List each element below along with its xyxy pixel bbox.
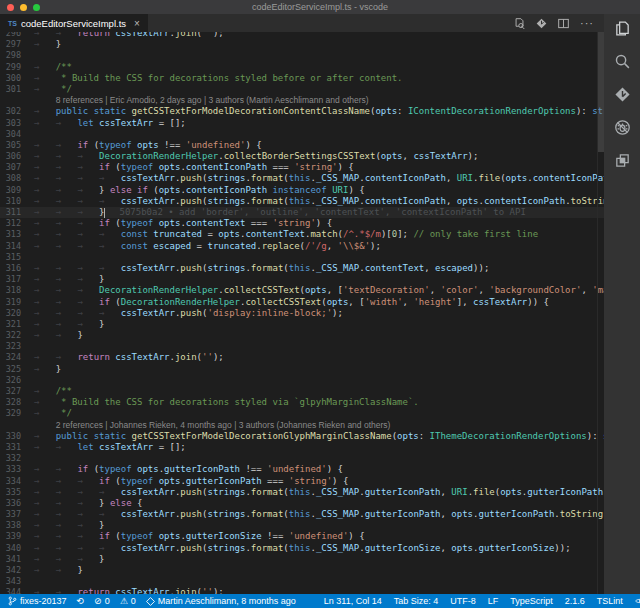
line-number[interactable]: 319 bbox=[0, 297, 30, 308]
line-number[interactable]: 334 bbox=[0, 476, 30, 487]
warning-count[interactable]: ⚠ 0 bbox=[120, 596, 136, 606]
line-number[interactable]: 308 bbox=[0, 173, 30, 184]
split-editor-icon[interactable] bbox=[558, 18, 569, 29]
code-line[interactable]: 333→ → if (typeof opts.gutterIconPath !=… bbox=[0, 464, 604, 475]
code-line[interactable]: 303→ → let cssTextArr = []; bbox=[0, 118, 604, 129]
code-line[interactable]: 296→ → return cssTextArr.join(''); bbox=[0, 32, 604, 39]
line-number[interactable]: 341 bbox=[0, 554, 30, 565]
line-number[interactable]: 333 bbox=[0, 464, 30, 475]
line-number[interactable]: 326 bbox=[0, 375, 30, 386]
code-line[interactable]: 327→ /** bbox=[0, 386, 604, 397]
code-line[interactable]: 311→ → → }5075b0a2 • add 'border', 'outl… bbox=[0, 207, 604, 218]
line-number[interactable]: 329 bbox=[0, 408, 30, 419]
line-number[interactable]: 303 bbox=[0, 118, 30, 129]
explorer-icon[interactable] bbox=[614, 20, 631, 37]
preview-eye-icon[interactable] bbox=[635, 597, 640, 605]
code-line[interactable]: 326 bbox=[0, 375, 604, 386]
code-line[interactable]: 312→ → → if (typeof opts.contentText ===… bbox=[0, 218, 604, 229]
scrollbar-thumb[interactable] bbox=[598, 32, 604, 152]
code-line[interactable]: 299→ /** bbox=[0, 62, 604, 73]
line-number[interactable]: 300 bbox=[0, 73, 30, 84]
encoding-status[interactable]: UTF-8 bbox=[450, 596, 476, 606]
line-number[interactable]: 325 bbox=[0, 364, 30, 375]
code-line[interactable]: 301→ */ bbox=[0, 84, 604, 95]
code-line[interactable]: 316→ → → → cssTextArr.push(strings.forma… bbox=[0, 263, 604, 274]
more-actions-icon[interactable]: ··· bbox=[580, 18, 594, 28]
line-number[interactable]: 311 bbox=[0, 207, 30, 218]
line-number[interactable]: 304 bbox=[0, 129, 30, 140]
line-number[interactable]: 316 bbox=[0, 263, 30, 274]
code-line[interactable]: 320→ → → → cssTextArr.push('display:inli… bbox=[0, 308, 604, 319]
code-line[interactable]: 342→ → } bbox=[0, 565, 604, 576]
code-line[interactable]: 315 bbox=[0, 252, 604, 263]
code-line[interactable]: 328→ * Build the CSS for decorations sty… bbox=[0, 397, 604, 408]
code-line[interactable]: 339→ → → if (typeof opts.gutterIconSize … bbox=[0, 531, 604, 542]
sync-icon[interactable]: ⟲ bbox=[77, 597, 85, 606]
line-number[interactable]: 302 bbox=[0, 106, 30, 117]
extensions-icon[interactable] bbox=[614, 152, 631, 169]
line-number[interactable]: 342 bbox=[0, 565, 30, 576]
code-line[interactable]: 321→ → → } bbox=[0, 319, 604, 330]
code-line[interactable]: 338→ → → } bbox=[0, 520, 604, 531]
debug-disabled-icon[interactable] bbox=[614, 119, 631, 136]
code-line[interactable]: 331→ → let cssTextArr = []; bbox=[0, 442, 604, 453]
search-icon[interactable] bbox=[614, 53, 631, 70]
code-line[interactable]: 324→ → return cssTextArr.join(''); bbox=[0, 352, 604, 363]
line-number[interactable]: 322 bbox=[0, 330, 30, 341]
line-number[interactable]: 310 bbox=[0, 196, 30, 207]
gitlens-blame-status[interactable]: Martin Aeschlimann, 8 months ago bbox=[146, 596, 296, 606]
line-number[interactable]: 324 bbox=[0, 352, 30, 363]
code-line[interactable]: 341→ → → } bbox=[0, 554, 604, 565]
code-line[interactable]: 336→ → → } else { bbox=[0, 498, 604, 509]
code-line[interactable]: 307→ → → if (typeof opts.contentIconPath… bbox=[0, 162, 604, 173]
code-line[interactable]: 334→ → → if (typeof opts.gutterIconPath … bbox=[0, 476, 604, 487]
code-line[interactable]: 319→ → → if (DecorationRenderHelper.coll… bbox=[0, 297, 604, 308]
code-line[interactable]: 332 bbox=[0, 453, 604, 464]
code-line[interactable]: 300→ * Build the CSS for decorations sty… bbox=[0, 73, 604, 84]
source-control-gitlens-icon[interactable] bbox=[614, 86, 631, 103]
line-number[interactable]: 344 bbox=[0, 587, 30, 594]
line-number[interactable]: 312 bbox=[0, 218, 30, 229]
code-line[interactable]: 329→ */ bbox=[0, 408, 604, 419]
line-number[interactable]: 307 bbox=[0, 162, 30, 173]
code-line[interactable]: 313→ → → → const truncated = opts.conten… bbox=[0, 229, 604, 240]
gitlens-icon[interactable] bbox=[536, 18, 547, 29]
tab-codeEditorServiceImpl[interactable]: TS codeEditorServiceImpl.ts × bbox=[0, 14, 148, 32]
line-number[interactable]: 320 bbox=[0, 308, 30, 319]
code-line[interactable]: 297→ } bbox=[0, 39, 604, 50]
code-line[interactable]: 309→ → → } else if (opts.contentIconPath… bbox=[0, 185, 604, 196]
open-preview-icon[interactable] bbox=[514, 18, 525, 29]
error-count[interactable]: ⊘ 0 bbox=[94, 596, 110, 606]
codelens-row[interactable]: 2 references | Johannes Rieken, 4 months… bbox=[0, 420, 604, 431]
line-number[interactable]: 321 bbox=[0, 319, 30, 330]
line-number[interactable]: 315 bbox=[0, 252, 30, 263]
git-branch-indicator[interactable]: fixes-20137 bbox=[8, 596, 67, 606]
line-number[interactable]: 323 bbox=[0, 341, 30, 352]
codelens-text[interactable]: 2 references | Johannes Rieken, 4 months… bbox=[30, 420, 604, 431]
line-number[interactable]: 306 bbox=[0, 151, 30, 162]
line-number[interactable]: 330 bbox=[0, 431, 30, 442]
line-number[interactable]: 305 bbox=[0, 140, 30, 151]
code-line[interactable]: 314→ → → → const escaped = truncated.rep… bbox=[0, 241, 604, 252]
line-number[interactable]: 336 bbox=[0, 498, 30, 509]
code-line[interactable]: 335→ → → → cssTextArr.push(strings.forma… bbox=[0, 487, 604, 498]
line-number[interactable]: 335 bbox=[0, 487, 30, 498]
code-line[interactable]: 330→ public static getCSSTextForModelDec… bbox=[0, 431, 604, 442]
line-number[interactable]: 314 bbox=[0, 241, 30, 252]
tab-size-status[interactable]: Tab Size: 4 bbox=[394, 596, 439, 606]
close-tab-icon[interactable]: × bbox=[134, 18, 140, 29]
code-editor[interactable]: 296→ → return cssTextArr.join('');297→ }… bbox=[0, 32, 604, 594]
line-number[interactable] bbox=[0, 95, 30, 106]
code-line[interactable]: 318→ → → DecorationRenderHelper.collectC… bbox=[0, 285, 604, 296]
cursor-position-status[interactable]: Ln 311, Col 14 bbox=[324, 596, 382, 606]
code-line[interactable]: 343 bbox=[0, 576, 604, 587]
code-line[interactable]: 310→ → → → cssTextArr.push(strings.forma… bbox=[0, 196, 604, 207]
code-line[interactable]: 340→ → → → cssTextArr.push(strings.forma… bbox=[0, 543, 604, 554]
line-number[interactable]: 298 bbox=[0, 50, 30, 61]
line-number[interactable]: 317 bbox=[0, 274, 30, 285]
line-number[interactable]: 313 bbox=[0, 229, 30, 240]
code-line[interactable]: 298 bbox=[0, 50, 604, 61]
ts-version-status[interactable]: 2.1.6 bbox=[565, 596, 585, 606]
line-number[interactable]: 301 bbox=[0, 84, 30, 95]
code-line[interactable]: 305→ → if (typeof opts !== 'undefined') … bbox=[0, 140, 604, 151]
